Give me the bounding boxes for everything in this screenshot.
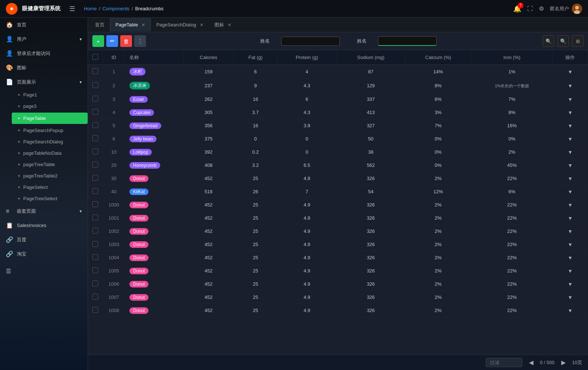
- tab-pagesearchdialog[interactable]: PageSearchDialog ✕: [151, 18, 209, 32]
- sidebar-item-baidu[interactable]: 🔗 百度: [0, 232, 88, 247]
- hamburger-button[interactable]: ☰: [69, 5, 75, 13]
- row-action-dropdown[interactable]: ▼: [568, 308, 573, 314]
- more-button[interactable]: ⋮: [134, 35, 146, 47]
- row-checkbox[interactable]: [88, 304, 103, 317]
- sidebar-item-pagesearchpopup[interactable]: + PageSearchPopup: [12, 125, 88, 136]
- row-action-dropdown[interactable]: ▼: [568, 149, 573, 155]
- sidebar-item-pageselect[interactable]: + PageSelect: [12, 182, 88, 193]
- notification-button[interactable]: 🔔 7: [513, 5, 521, 13]
- tab-pagesearchdialog-close[interactable]: ✕: [200, 22, 203, 28]
- search-input-2[interactable]: [378, 36, 437, 46]
- row-action-dropdown[interactable]: ▼: [568, 123, 573, 129]
- sidebar-item-user[interactable]: 👤 用户 ▾: [0, 32, 88, 46]
- sidebar-item-taobao[interactable]: 🔗 淘宝: [0, 247, 88, 261]
- row-action-dropdown[interactable]: ▼: [568, 268, 573, 274]
- row-action-dropdown[interactable]: ▼: [568, 255, 573, 261]
- row-calories: 237: [184, 79, 234, 93]
- tab-pagetable-close[interactable]: ✕: [142, 22, 145, 28]
- row-action-dropdown[interactable]: ▼: [568, 110, 573, 116]
- row-calcium: 2%: [405, 198, 471, 212]
- filter-input[interactable]: [486, 358, 522, 367]
- row-fat: 26: [234, 185, 277, 198]
- sidebar-item-page1[interactable]: + Page1: [12, 89, 88, 100]
- tab-home[interactable]: 首页: [89, 18, 110, 32]
- sidebar-item-login[interactable]: 👤 登录后才能访问: [0, 46, 88, 61]
- settings-button[interactable]: ⚙: [539, 5, 544, 12]
- sidebar-item-icons[interactable]: 🎨 图标: [0, 61, 88, 75]
- row-action-dropdown[interactable]: ▼: [568, 162, 573, 168]
- row-action-dropdown[interactable]: ▼: [568, 69, 573, 75]
- row-checkbox[interactable]: [88, 264, 103, 278]
- row-checkbox[interactable]: [88, 146, 103, 159]
- sidebar-item-pagetablenodata[interactable]: + pageTableNoData: [12, 147, 88, 159]
- sidebar-item-home[interactable]: 🏠 首页: [0, 18, 88, 32]
- row-action-dropdown[interactable]: ▼: [568, 202, 573, 208]
- row-checkbox[interactable]: [88, 119, 103, 132]
- sidebar-item-page3[interactable]: + page3: [12, 100, 88, 112]
- row-fat: 25: [234, 251, 277, 264]
- nested-expand-icon: ▾: [80, 209, 82, 214]
- row-action-dropdown[interactable]: ▼: [568, 176, 573, 182]
- edit-button[interactable]: ✏: [106, 35, 118, 47]
- row-checkbox[interactable]: [88, 93, 103, 106]
- row-action-dropdown[interactable]: ▼: [568, 189, 573, 195]
- search-input-1[interactable]: [281, 37, 340, 46]
- row-action-dropdown[interactable]: ▼: [568, 96, 573, 102]
- tab-icons-close[interactable]: ✕: [228, 22, 231, 28]
- name-badge: Honeycomb: [129, 162, 160, 169]
- breadcrumb-components[interactable]: Components: [102, 6, 129, 11]
- sidebar-section-nested[interactable]: ≡ 嵌套页面 ▾: [0, 204, 88, 218]
- sidebar-item-pagetreetable2[interactable]: + pageTreeTable2: [12, 170, 88, 182]
- row-checkbox[interactable]: [88, 198, 103, 212]
- fullscreen-button[interactable]: ⛶: [527, 6, 533, 12]
- row-protein: 4.9: [278, 225, 337, 238]
- row-iron: 22%: [471, 172, 552, 185]
- row-action-dropdown[interactable]: ▼: [568, 242, 573, 248]
- search-button[interactable]: 🔍: [543, 35, 554, 47]
- row-checkbox[interactable]: [88, 159, 103, 172]
- row-iron: 8%: [471, 106, 552, 119]
- row-checkbox[interactable]: [88, 79, 103, 93]
- tab-icons[interactable]: 图标 ✕: [209, 18, 237, 32]
- row-checkbox[interactable]: [88, 212, 103, 225]
- row-sodium: 87: [337, 65, 405, 79]
- row-iron: 22%: [471, 238, 552, 251]
- row-checkbox[interactable]: [88, 185, 103, 198]
- app-title: 眼健康管理系统: [22, 5, 60, 12]
- prev-page-button[interactable]: ◀: [527, 358, 536, 367]
- row-id: 1002: [103, 225, 125, 238]
- user-menu[interactable]: 匿名用户: [550, 4, 582, 14]
- row-action-dropdown[interactable]: ▼: [568, 136, 573, 142]
- row-checkbox[interactable]: [88, 106, 103, 119]
- sidebar-bottom-icon[interactable]: ☰: [0, 264, 88, 278]
- row-action-dropdown[interactable]: ▼: [568, 294, 573, 300]
- sidebar-item-pagetable[interactable]: + PageTable: [12, 113, 88, 124]
- row-checkbox[interactable]: [88, 291, 103, 304]
- row-checkbox[interactable]: [88, 278, 103, 291]
- row-checkbox[interactable]: [88, 65, 103, 79]
- row-calcium: 0%: [405, 159, 471, 172]
- sidebar-item-salesinvoices[interactable]: 📋 SalesInvoices: [0, 218, 88, 232]
- delete-button[interactable]: 🗑: [120, 35, 132, 47]
- row-checkbox[interactable]: [88, 172, 103, 185]
- plus-icon-pagetreeselect: +: [18, 196, 21, 201]
- next-page-button[interactable]: ▶: [559, 358, 568, 367]
- tab-pagetable[interactable]: PageTable ✕: [110, 18, 151, 32]
- sidebar-item-pagetreetable[interactable]: + pageTreeTable: [12, 159, 88, 170]
- sidebar-item-pagetreeselect[interactable]: + PageTreeSelect: [12, 193, 88, 204]
- row-action-dropdown[interactable]: ▼: [568, 228, 573, 234]
- sidebar-section-pages[interactable]: 📄 页面展示 ▾: [0, 75, 88, 89]
- row-id: 1001: [103, 212, 125, 225]
- row-checkbox[interactable]: [88, 238, 103, 251]
- row-checkbox[interactable]: [88, 132, 103, 146]
- sidebar-item-pagesearchdialog[interactable]: + PageSearchDialog: [12, 136, 88, 147]
- add-button[interactable]: +: [92, 35, 104, 47]
- breadcrumb-home[interactable]: Home: [84, 6, 97, 11]
- grid-view-button[interactable]: ⊞: [572, 35, 584, 47]
- row-checkbox[interactable]: [88, 251, 103, 264]
- row-action-dropdown[interactable]: ▼: [568, 215, 573, 221]
- row-checkbox[interactable]: [88, 225, 103, 238]
- row-action-dropdown[interactable]: ▼: [568, 281, 573, 287]
- advanced-search-button[interactable]: 🔍: [557, 35, 569, 47]
- row-action-dropdown[interactable]: ▼: [568, 83, 573, 89]
